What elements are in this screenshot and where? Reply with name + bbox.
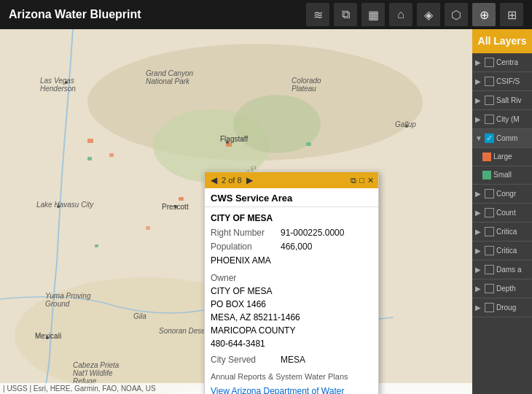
layer-item-central[interactable]: ▶ Centra [472, 53, 532, 72]
layer-checkbox-critica1[interactable] [485, 227, 494, 236]
popup-title: CWS Service Area [205, 188, 378, 207]
popup-adwr-link[interactable]: View Arizona Department of Water Resourc… [211, 386, 344, 395]
popup-maximize-button[interactable]: □ [359, 176, 364, 185]
layer-name-central: Centra [496, 58, 529, 66]
layer-checkbox-csif[interactable] [485, 77, 494, 86]
legend-large [482, 152, 491, 161]
popup-row-rightnumber: Right Number 91-000225.0000 [211, 226, 372, 239]
svg-point-28 [57, 205, 60, 208]
svg-rect-10 [87, 139, 93, 143]
layer-checkbox-droug[interactable] [485, 303, 494, 312]
popup-label-population: Population [211, 240, 276, 253]
layer-name-congr: Congr [496, 190, 529, 198]
tools-icon[interactable]: ⊞ [500, 3, 523, 26]
popup-undock-button[interactable]: ⧉ [351, 176, 356, 185]
layer-expand-depth: ▶ [475, 285, 482, 293]
popup-link-container: View Arizona Department of Water Resourc… [211, 385, 372, 395]
popup-owner-name: CITY OF MESA [211, 285, 372, 298]
popup-annual-label: Annual Reports & System Water Plans [211, 371, 372, 383]
layer-checkbox-congr[interactable] [485, 189, 494, 198]
layer-checkbox-dams[interactable] [485, 265, 494, 274]
popup-close-button[interactable]: ✕ [367, 176, 374, 185]
layer-checkbox-critica2[interactable] [485, 246, 494, 255]
layer-name-city: City (M [496, 115, 529, 123]
waves-icon[interactable]: ≋ [306, 3, 329, 26]
popup-address: PO BOX 1466 [211, 298, 372, 311]
layer-item-depth[interactable]: ▶ Depth [472, 279, 532, 298]
legend-small [482, 171, 491, 179]
popup-row-cityserved: City Served MESA [211, 353, 372, 366]
map-container[interactable]: San Fr [0, 29, 472, 394]
popup-label-rightnumber: Right Number [211, 226, 276, 239]
layer-name-comm: Comm [496, 134, 529, 142]
popup-ama: PHOENIX AMA [211, 254, 372, 267]
layer-item-dams[interactable]: ▶ Dams a [472, 260, 532, 279]
layer-item-droug[interactable]: ▶ Droug [472, 298, 532, 317]
layer-item-critica2[interactable]: ▶ Critica [472, 242, 532, 260]
svg-rect-18 [146, 226, 150, 230]
home-icon[interactable]: ⌂ [389, 3, 412, 26]
layer-item-critica1[interactable]: ▶ Critica [472, 223, 532, 242]
popup-navigation: ◀ 2 of 8 ▶ [209, 175, 351, 185]
layer-item-csif[interactable]: ▶ CSIF/S [472, 72, 532, 91]
layer-item-comm[interactable]: ▼ ✓ Comm [472, 129, 532, 148]
layer-item-salt[interactable]: ▶ Salt Riv [472, 91, 532, 110]
layer-name-salt: Salt Riv [496, 96, 529, 104]
layers-icon[interactable]: ⬡ [445, 3, 468, 26]
layer-expand-central: ▶ [475, 58, 482, 66]
svg-rect-19 [95, 244, 98, 247]
popup-body: CITY OF MESA Right Number 91-000225.0000… [205, 207, 378, 394]
layers-alt-icon[interactable]: ◈ [417, 3, 440, 26]
app-title: Arizona Water Blueprint [9, 8, 306, 21]
layer-checkbox-comm[interactable]: ✓ [485, 134, 494, 143]
svg-point-26 [226, 141, 229, 144]
layer-expand-dams: ▶ [475, 266, 482, 274]
popup-next-button[interactable]: ▶ [245, 175, 254, 185]
layer-name-csif: CSIF/S [496, 77, 529, 85]
layer-item-large[interactable]: Large [472, 148, 532, 166]
layers-panel: All Layers ▶ Centra ▶ CSIF/S ▶ Salt Riv … [472, 29, 532, 394]
layer-checkbox-salt[interactable] [485, 96, 494, 105]
layer-checkbox-depth[interactable] [485, 284, 494, 293]
layer-name-count: Count [496, 209, 529, 217]
layer-checkbox-count[interactable] [485, 208, 494, 217]
layer-name-critica1: Critica [496, 228, 529, 236]
layer-expand-salt: ▶ [475, 96, 482, 104]
layer-expand-city: ▶ [475, 115, 482, 123]
layer-item-small[interactable]: Small [472, 166, 532, 185]
popup-prev-button[interactable]: ◀ [209, 175, 219, 185]
popup-value-population: 466,000 [281, 240, 312, 253]
popup-value-cityserved: MESA [281, 353, 305, 366]
table-icon[interactable]: ▦ [361, 3, 385, 26]
popup-county: MARICOPA COUNTY [211, 324, 372, 337]
layer-name-droug: Droug [496, 304, 529, 312]
layer-expand-critica1: ▶ [475, 228, 482, 236]
svg-rect-12 [179, 197, 184, 201]
svg-point-27 [405, 125, 408, 128]
layer-name-large: Large [493, 152, 529, 161]
svg-point-31 [46, 336, 49, 339]
layer-item-city[interactable]: ▶ City (M [472, 110, 532, 129]
feature-popup: ◀ 2 of 8 ▶ ⧉ □ ✕ CWS Service Area CITY O… [204, 171, 379, 394]
popup-header: ◀ 2 of 8 ▶ ⧉ □ ✕ [205, 172, 378, 188]
layer-expand-csif: ▶ [475, 77, 482, 85]
svg-point-25 [65, 81, 68, 84]
layer-name-dams: Dams a [496, 266, 529, 274]
layer-checkbox-central[interactable] [485, 58, 494, 67]
popup-phone: 480-644-3481 [211, 337, 372, 350]
layers-panel-title: All Layers [472, 29, 532, 53]
layer-name-small: Small [493, 171, 529, 179]
layer-expand-count: ▶ [475, 209, 482, 217]
layer-expand-comm: ▼ [475, 134, 482, 142]
svg-point-29 [174, 205, 177, 208]
globe-icon[interactable]: ⊕ [472, 3, 496, 26]
layer-expand-congr: ▶ [475, 190, 482, 198]
layer-checkbox-city[interactable] [485, 115, 494, 124]
layer-item-count[interactable]: ▶ Count [472, 204, 532, 223]
layer-item-congr[interactable]: ▶ Congr [472, 185, 532, 204]
popup-header-icons: ⧉ □ ✕ [351, 176, 374, 185]
copy-icon[interactable]: ⧉ [334, 3, 357, 26]
layer-expand-droug: ▶ [475, 304, 482, 312]
header-toolbar: ≋ ⧉ ▦ ⌂ ◈ ⬡ ⊕ ⊞ [306, 3, 523, 26]
popup-value-rightnumber: 91-000225.0000 [281, 226, 344, 239]
